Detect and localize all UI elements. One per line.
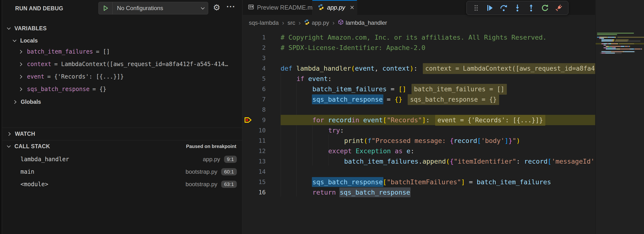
line-number[interactable]: 16 [242,187,266,198]
code-line-3[interactable]: 3 [242,53,595,63]
line-number[interactable]: 15 [242,177,266,187]
code-line-10[interactable]: 10try: [242,125,595,135]
breadcrumb-item[interactable]: src [288,19,295,26]
start-debug-icon[interactable] [99,2,113,14]
step-into-icon[interactable] [512,3,522,13]
line-number[interactable]: 6 [242,84,266,94]
variables-section-header[interactable]: VARIABLES [2,23,242,34]
variable-row-batch_item_failures[interactable]: batch_item_failures= [] [2,46,242,58]
code-line-15[interactable]: 15sqs_batch_response["batchItemFailures"… [242,177,595,187]
line-number[interactable]: 9 [242,115,266,125]
minimap-hint [616,39,628,40]
debug-configuration-dropdown[interactable]: No Configurations [98,2,208,14]
code-line-13[interactable]: 13batch_item_failures.append({"itemIdent… [242,156,595,166]
line-number[interactable]: 3 [242,53,266,63]
token: if [296,75,308,82]
close-icon[interactable] [350,5,355,10]
disconnect-icon[interactable] [554,3,564,13]
line-number[interactable]: 11 [242,135,266,146]
token: "Processed message: [372,137,450,144]
token: append [422,158,446,165]
call-stack-frame[interactable]: <module>bootstrap.py63:1 [2,178,242,190]
variable-row-sqs_batch_response[interactable]: sqs_batch_response= {} [2,83,242,95]
breadcrumb-item[interactable]: sqs-lambda [249,19,279,26]
variable-row-event[interactable]: event= {'Records': [{...}]} [2,71,242,83]
call-stack-frame[interactable]: lambda_handlerapp.py9:1 [2,153,242,165]
call-stack-frame[interactable]: mainbootstrap.py60:1 [2,166,242,178]
minimap-token [621,46,624,47]
locals-scope-row[interactable]: Locals [2,35,242,46]
line-number[interactable]: 1 [242,32,266,42]
word-highlight: sqs_batch_response [312,94,383,104]
minimap-token [642,49,642,49]
debug-toolbar [466,1,568,15]
locals-label: Locals [20,37,38,44]
line-number[interactable]: 13 [242,156,266,166]
code-line-8[interactable]: 8 [242,105,595,115]
code-line-5[interactable]: 5if event: [242,74,595,84]
line-number[interactable]: 4 [242,63,266,74]
line-number[interactable]: 12 [242,146,266,156]
chevron-down-icon [13,38,16,42]
frame-file: app.py [203,156,220,163]
watch-section-header[interactable]: WATCH [2,128,242,139]
code-text: # Copyright Amazon.com, Inc. or its affi… [280,32,546,42]
minimap-token [617,43,618,44]
globals-scope-row[interactable]: Globals [2,96,242,108]
code-line-9[interactable]: 9for recordin event["Records"]:event = {… [242,115,595,125]
gear-icon[interactable]: ⚙ [213,3,220,11]
minimap-highlight-mark [600,52,622,54]
code-text: # SPDX-License-Identifier: Apache-2.0 [280,42,425,53]
tab-preview-readme[interactable]: Preview README.md [242,0,312,15]
token: e [406,147,410,155]
code-line-16[interactable]: 16return sqs_batch_response [242,187,595,198]
code-text: print(f"Processed message: {record['body… [344,135,520,146]
drag-handle-icon[interactable] [471,3,481,13]
line-number[interactable]: 5 [242,74,266,84]
variable-row-context[interactable]: context= LambdaContext([aws_request_id=a… [2,58,242,70]
code-text: except Exception as e: [328,146,414,156]
code-line-12[interactable]: 12except Exception as e: [242,146,595,156]
token: [] [398,85,406,93]
run-and-debug-sidebar: RUN AND DEBUG No Configurations ⚙ ··· VA… [2,0,242,234]
line-number[interactable]: 8 [242,105,266,115]
step-out-icon[interactable] [526,3,536,13]
minimap[interactable] [595,0,644,234]
more-actions-icon[interactable]: ··· [226,2,235,11]
minimap-token [606,46,608,47]
tab-app-py[interactable]: app.py [312,0,357,15]
line-number[interactable]: 7 [242,94,266,105]
inline-debug-value: sqs_batch_response = {} [408,94,499,105]
code-line-4[interactable]: 4def lambda_handler(event, context):cont… [242,63,595,74]
restart-icon[interactable] [540,3,550,13]
step-over-icon[interactable] [499,3,509,13]
code-line-14[interactable]: 14 [242,166,595,177]
call-stack-section-header[interactable]: CALL STACK Paused on breakpoint [2,141,242,152]
variable-value: = LambdaContext([aws_request_id=a8fa412f… [54,61,242,68]
code-editor[interactable]: 1# Copyright Amazon.com, Inc. or its aff… [242,31,595,234]
token: in [352,116,364,124]
token: [ [477,137,481,144]
line-number[interactable]: 10 [242,125,266,135]
line-number[interactable]: 14 [242,166,266,177]
token: print [344,137,364,144]
token: record [524,158,548,165]
code-line-1[interactable]: 1# Copyright Amazon.com, Inc. or its aff… [242,32,595,42]
minimap-line [602,39,628,40]
breadcrumb-item[interactable]: lambda_handler [338,19,387,26]
token: except [328,147,356,155]
token: { [450,158,454,165]
code-line-11[interactable]: 11print(f"Processed message: {record['bo… [242,135,595,146]
line-number[interactable]: 2 [242,42,266,53]
continue-icon[interactable] [485,3,495,13]
code-line-2[interactable]: 2# SPDX-License-Identifier: Apache-2.0 [242,42,595,53]
code-line-7[interactable]: 7sqs_batch_response = {}sqs_batch_respon… [242,94,595,105]
breadcrumb-separator: › [332,19,334,27]
breadcrumb-item[interactable]: app.py [304,19,329,26]
minimap-token [616,37,616,38]
editor-tab-strip: Preview README.md app.py [242,0,644,15]
token: "itemIdentifier" [454,158,516,165]
debug-configuration-label[interactable]: No Configurations [113,5,202,11]
code-line-6[interactable]: 6batch_item_failures = []batch_item_fail… [242,84,595,94]
token: " [512,137,516,144]
